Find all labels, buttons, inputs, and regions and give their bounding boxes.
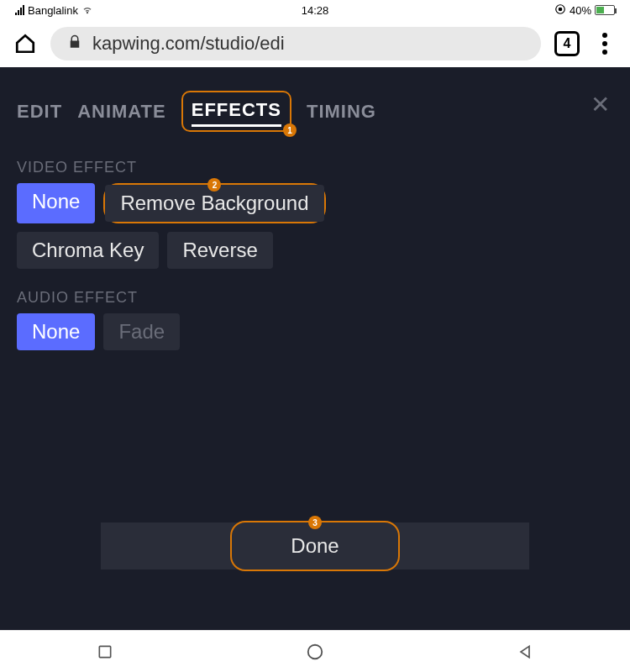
video-effect-row: None Remove Background 2 — [0, 183, 630, 223]
audio-effect-fade[interactable]: Fade — [103, 313, 180, 350]
video-effect-label: VIDEO EFFECT — [0, 139, 630, 183]
notification-icon — [554, 3, 566, 18]
battery-pct-label: 40% — [570, 4, 591, 17]
clock: 14:28 — [302, 4, 329, 17]
annotation-highlight-2: Remove Background 2 — [103, 183, 325, 223]
recents-button[interactable] — [94, 641, 116, 663]
tab-effects[interactable]: EFFECTS — [192, 96, 281, 127]
video-effect-chroma-key[interactable]: Chroma Key — [17, 232, 159, 269]
carrier-label: Banglalink — [28, 4, 78, 17]
audio-effect-row: None Fade — [0, 313, 630, 350]
done-button[interactable]: Done — [291, 534, 339, 557]
done-bar: Done 3 — [101, 522, 529, 570]
done-container: Done 3 — [0, 522, 630, 570]
close-icon[interactable]: ✕ — [591, 91, 610, 118]
tabs-count-icon[interactable]: 4 — [554, 31, 580, 56]
android-nav-bar — [0, 630, 630, 672]
tab-edit[interactable]: EDIT — [17, 97, 62, 126]
svg-point-2 — [559, 8, 562, 11]
video-effect-none[interactable]: None — [17, 183, 95, 223]
home-icon[interactable] — [13, 32, 37, 55]
annotation-highlight-3: Done 3 — [230, 521, 399, 571]
home-button[interactable] — [304, 641, 326, 663]
status-bar: Banglalink 14:28 40% — [0, 0, 630, 20]
video-effect-row-2: Chroma Key Reverse — [0, 232, 630, 269]
browser-bar: kapwing.com/studio/edi 4 — [0, 20, 630, 67]
annotation-badge-3: 3 — [308, 516, 322, 529]
audio-effect-label: AUDIO EFFECT — [0, 269, 630, 313]
annotation-highlight-1: EFFECTS 1 — [181, 91, 291, 132]
url-text: kapwing.com/studio/edi — [92, 33, 285, 55]
annotation-badge-1: 1 — [283, 123, 297, 137]
editor-tabs: EDIT ANIMATE EFFECTS 1 TIMING ✕ — [0, 67, 630, 139]
svg-point-0 — [87, 12, 87, 13]
app-content: EDIT ANIMATE EFFECTS 1 TIMING ✕ VIDEO EF… — [0, 67, 630, 630]
wifi-icon — [81, 3, 93, 18]
status-left: Banglalink — [15, 3, 93, 18]
url-bar[interactable]: kapwing.com/studio/edi — [50, 27, 541, 60]
annotation-badge-2: 2 — [207, 178, 221, 192]
audio-effect-none[interactable]: None — [17, 313, 95, 350]
tabs-count-label: 4 — [564, 36, 571, 51]
menu-icon[interactable] — [593, 33, 617, 55]
lock-icon — [67, 33, 82, 55]
tab-animate[interactable]: ANIMATE — [77, 97, 166, 126]
svg-rect-3 — [99, 646, 110, 657]
tab-timing[interactable]: TIMING — [307, 97, 376, 126]
back-button[interactable] — [514, 641, 536, 663]
battery-icon — [595, 5, 615, 15]
video-effect-reverse[interactable]: Reverse — [167, 232, 272, 269]
status-right: 40% — [554, 3, 615, 18]
signal-icon — [15, 5, 24, 15]
svg-point-4 — [308, 644, 323, 659]
